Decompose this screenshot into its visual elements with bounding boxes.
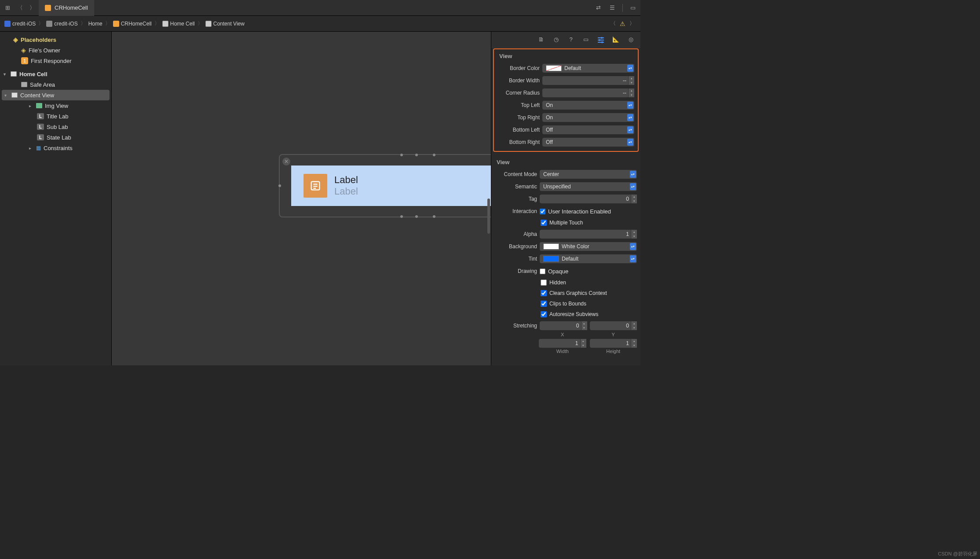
jump-prev-icon[interactable]: 〈 (609, 20, 617, 28)
outline-section-placeholders[interactable]: ◈Placeholders (0, 34, 111, 45)
jump-next-icon[interactable]: 〉 (628, 20, 636, 28)
outline-home-cell[interactable]: ▾Home Cell (0, 69, 111, 79)
background-color-picker[interactable]: White Color▴▾ (540, 242, 637, 251)
outline-state-lab[interactable]: LState Lab (0, 132, 111, 143)
attributes-inspector-icon[interactable] (596, 36, 605, 44)
breadcrumb-item[interactable]: credit-iOS (46, 21, 77, 27)
ibdesignable-section: View Border ColorDefault▴▾ Border Width-… (493, 48, 639, 152)
top-right-select[interactable]: On▴▾ (542, 113, 634, 122)
section-header-view-2: View (491, 155, 640, 168)
section-header-view: View (494, 49, 638, 62)
warning-icon[interactable]: ⚠ (620, 20, 625, 27)
document-outline: ◈Placeholders ◈File's Owner 1First Respo… (0, 32, 112, 365)
identity-inspector-icon[interactable]: ▭ (581, 36, 590, 44)
stretch-x-field[interactable]: 0▴▾ (540, 321, 587, 330)
outline-img-view[interactable]: ▸Img View (0, 100, 111, 111)
related-items-icon[interactable]: ⊞ (4, 4, 11, 12)
outline-first-responder[interactable]: 1First Responder (0, 55, 111, 66)
stretch-width-field[interactable]: 1▴▾ (539, 339, 586, 348)
outline-files-owner[interactable]: ◈File's Owner (0, 45, 111, 55)
editor-tab[interactable]: CRHomeCell (39, 0, 94, 16)
opaque-checkbox[interactable] (540, 268, 545, 274)
sub-label[interactable]: Label (334, 186, 358, 197)
help-inspector-icon[interactable]: ? (567, 36, 575, 44)
tab-title: CRHomeCell (55, 4, 88, 11)
outline-content-view[interactable]: ▾Content View (2, 90, 110, 100)
breadcrumb-item[interactable]: Home Cell (162, 21, 195, 27)
canvas-scrollbar[interactable] (487, 199, 490, 234)
alpha-field[interactable]: 1▴▾ (540, 230, 637, 239)
outline-constraints[interactable]: ▸▦Constraints (0, 143, 111, 153)
breadcrumb-item[interactable]: CRHomeCell (113, 21, 152, 27)
semantic-select[interactable]: Unspecified▴▾ (540, 182, 637, 191)
outline-safe-area[interactable]: Safe Area (0, 79, 111, 90)
interface-builder-canvas[interactable]: ✕ Label Label Label 〉 (112, 32, 491, 365)
breadcrumb: credit-iOS〉 credit-iOS〉 Home〉 CRHomeCell… (0, 16, 640, 32)
outline-title-lab[interactable]: LTitle Lab (0, 111, 111, 121)
corner-radius-field[interactable]: --▴▾ (542, 88, 634, 97)
connections-inspector-icon[interactable]: ◎ (626, 36, 635, 44)
nav-forward-icon[interactable]: 〉 (28, 4, 36, 12)
breadcrumb-item[interactable]: Home (88, 21, 102, 27)
breadcrumb-item[interactable]: credit-iOS (4, 21, 36, 27)
multiple-touch-checkbox[interactable] (541, 220, 547, 226)
border-width-field[interactable]: --▴▾ (542, 76, 634, 85)
svg-point-9 (601, 41, 603, 43)
hidden-checkbox[interactable] (541, 280, 547, 286)
title-label[interactable]: Label (334, 174, 358, 186)
top-left-select[interactable]: On▴▾ (542, 101, 634, 110)
bottom-left-select[interactable]: Off▴▾ (542, 125, 634, 134)
history-inspector-icon[interactable]: ◷ (552, 36, 560, 44)
inspector-tabs: 🗎 ◷ ? ▭ 📐 ◎ (491, 32, 640, 48)
clips-bounds-checkbox[interactable] (541, 301, 547, 307)
editor-swap-icon[interactable]: ⇄ (594, 4, 602, 12)
svg-point-5 (601, 37, 603, 39)
nav-back-icon[interactable]: 〈 (16, 4, 24, 12)
outline-sub-lab[interactable]: LSub Lab (0, 121, 111, 132)
xib-file-icon (45, 5, 51, 11)
border-color-picker[interactable]: Default▴▾ (542, 64, 634, 73)
inspector-panel: 🗎 ◷ ? ▭ 📐 ◎ View Border ColorDefault▴▾ B… (491, 32, 640, 365)
stretch-y-field[interactable]: 0▴▾ (590, 321, 637, 330)
img-view[interactable] (304, 174, 327, 198)
bottom-right-select[interactable]: Off▴▾ (542, 138, 634, 147)
home-cell-view[interactable]: ✕ Label Label Label 〉 (279, 154, 491, 217)
clears-graphics-checkbox[interactable] (541, 290, 547, 296)
editor-layout-icon[interactable]: ☰ (608, 4, 616, 12)
close-icon[interactable]: ✕ (282, 158, 290, 165)
content-view[interactable]: Label Label Label 〉 (291, 165, 491, 206)
svg-point-7 (599, 39, 600, 41)
file-inspector-icon[interactable]: 🗎 (537, 36, 545, 44)
top-toolbar: ⊞ 〈 〉 CRHomeCell ⇄ ☰ ▭ (0, 0, 640, 16)
stretch-height-field[interactable]: 1▴▾ (590, 339, 637, 348)
size-inspector-icon[interactable]: 📐 (611, 36, 620, 44)
tint-color-picker[interactable]: Default▴▾ (540, 254, 637, 263)
tag-field[interactable]: 0▴▾ (540, 195, 637, 203)
breadcrumb-item[interactable]: Content View (205, 21, 245, 27)
user-interaction-checkbox[interactable] (540, 209, 545, 214)
autoresize-checkbox[interactable] (541, 311, 547, 317)
adjust-editor-icon[interactable]: ▭ (629, 4, 637, 12)
content-mode-select[interactable]: Center▴▾ (540, 170, 637, 179)
